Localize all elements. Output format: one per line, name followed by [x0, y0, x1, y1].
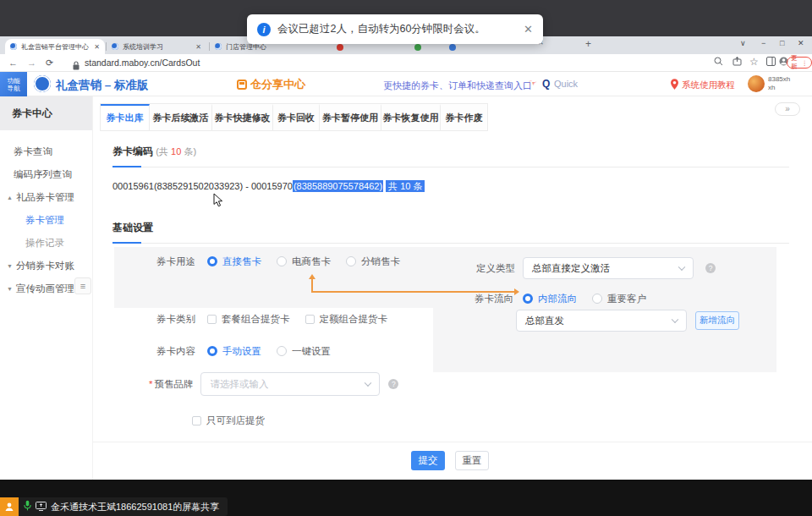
card-tabs: 券卡出库 券卡后续激活 券卡快捷修改 券卡回收 券卡暂停使用 券卡恢复使用 券卡… [100, 103, 488, 131]
submit-button[interactable]: 提交 [411, 451, 445, 470]
checkbox-package-combo[interactable] [207, 315, 217, 324]
reload-icon[interactable]: ⟳ [46, 57, 53, 69]
quick-entry-text: 更快捷的券卡、订单和快递查询入口 [383, 80, 532, 92]
help-icon[interactable]: ? [705, 263, 716, 273]
share-icon[interactable] [732, 57, 742, 69]
sidebar-item-distribution-reconciliation[interactable]: ▼分销券卡对账 [0, 255, 92, 277]
radio-direct-sale-label[interactable]: 直接售卡 [222, 255, 261, 268]
tab-close-icon[interactable]: ✕ [190, 43, 201, 51]
card-code-range[interactable]: 00015961(8385291502033923) - 00015970(83… [112, 180, 425, 193]
radio-one-click-setup[interactable] [277, 346, 287, 356]
tab-card-recycle[interactable]: 券卡回收 [273, 104, 320, 130]
quick-search-icon[interactable]: Q [542, 78, 550, 90]
new-tab-button[interactable]: + [585, 38, 591, 50]
checkbox-package-combo-label[interactable]: 套餐组合提货卡 [222, 313, 290, 326]
count-suffix: 条) [181, 146, 196, 156]
sidebar-item-gift-card-management[interactable]: ▲礼品券卡管理 [0, 186, 92, 209]
share-center-link[interactable]: 仓分享中心 [237, 77, 305, 92]
quick-label[interactable]: Quick [554, 79, 578, 89]
back-icon[interactable]: ← [8, 57, 18, 69]
radio-manual-setup-label[interactable]: 手动设置 [222, 345, 261, 358]
add-flow-button[interactable]: 新增流向 [695, 311, 739, 330]
tab-card-quick-edit[interactable]: 券卡快捷修改 [212, 104, 273, 130]
screen: 礼盒营销平台管理中心 ✕ 系统培训学习 ✕ 门店管理中心 ✕ + ∨ − □ ✕ [0, 0, 812, 516]
tab-card-followup-activation[interactable]: 券卡后续激活 [150, 104, 212, 130]
radio-distribution-sale[interactable] [346, 256, 356, 266]
user-avatar[interactable] [748, 75, 765, 92]
forward-icon[interactable]: → [27, 57, 36, 69]
tab-card-suspend[interactable]: 券卡暂停使用 [320, 104, 381, 130]
radio-important-customer[interactable] [592, 294, 602, 304]
sidebar-collapse-button[interactable]: ≡ [74, 277, 91, 294]
radio-manual-setup[interactable] [207, 346, 217, 356]
radio-one-click-setup-label[interactable]: 一键设置 [292, 345, 331, 358]
settings-section-title: 基础设置 [112, 221, 153, 235]
window-close-button[interactable]: ✕ [798, 39, 804, 47]
main-content: » 券卡出库 券卡后续激活 券卡快捷修改 券卡回收 券卡暂停使用 券卡恢复使用 … [93, 96, 812, 480]
function-nav-button[interactable]: 功能 导航 [0, 72, 27, 96]
flow-select[interactable]: 总部直发 [516, 310, 687, 332]
radio-internal-flow[interactable] [523, 294, 533, 304]
radio-distribution-sale-label[interactable]: 分销售卡 [361, 255, 400, 268]
browser-toolbar: ← → ⟳ standard.maboy.cn/CardsOut ☆ 更新 ⋮ [0, 54, 812, 72]
tab-card-restore[interactable]: 券卡恢复使用 [381, 104, 441, 130]
chrome-update-button[interactable]: 更新 ⋮ [787, 57, 812, 69]
sharer-avatar-icon[interactable] [0, 497, 19, 516]
app-header: 功能 导航 礼盒营销 – 标准版 仓分享中心 更快捷的券卡、订单和快递查询入口 … [0, 72, 812, 96]
hidden-tab-favicon-red[interactable] [337, 44, 343, 51]
hidden-tab-favicon-green[interactable] [414, 44, 421, 51]
radio-ecommerce-sale[interactable] [277, 256, 287, 266]
sidebar-item-card-query[interactable]: 券卡查询 [0, 140, 92, 163]
bookmark-star-icon[interactable]: ☆ [749, 56, 759, 68]
nav-label-line2: 导航 [8, 85, 20, 92]
zoom-icon[interactable] [714, 57, 723, 69]
reset-button[interactable]: 重置 [455, 451, 489, 470]
presale-brand-row: * 预售品牌 请选择或输入 ? [149, 372, 398, 396]
flow-value: 总部直发 [525, 315, 564, 327]
tab-card-void[interactable]: 券卡作废 [441, 104, 487, 130]
presale-brand-select[interactable]: 请选择或输入 [200, 372, 380, 396]
browser-tab-label: 礼盒营销平台管理中心 [21, 42, 89, 52]
sidebar-item-operation-log[interactable]: 操作记录 [0, 232, 92, 255]
notification-close-icon[interactable]: ✕ [524, 23, 533, 36]
checkbox-fixed-combo[interactable] [305, 315, 315, 324]
usage-label: 券卡用途 [156, 255, 195, 268]
site-favicon [10, 43, 17, 50]
code-section-label: 券卡编码 [112, 145, 153, 157]
browser-tab-gift-admin[interactable]: 礼盒营销平台管理中心 ✕ [5, 39, 105, 54]
address-bar[interactable]: standard.maboy.cn/CardsOut [85, 58, 200, 68]
radio-direct-sale[interactable] [207, 256, 217, 266]
radio-important-customer-label[interactable]: 重要客户 [607, 293, 646, 305]
sidebar-item-code-sequence-query[interactable]: 编码序列查询 [0, 163, 92, 186]
browser-tab-training[interactable]: 系统培训学习 ✕ [107, 39, 206, 54]
pointer-hand-icon: ☞ [529, 78, 537, 89]
store-only-row: 只可到店提货 [192, 411, 265, 430]
define-type-label: 定义类型 [476, 262, 515, 275]
checkbox-store-pickup-only[interactable] [192, 416, 201, 425]
tutorial-link[interactable]: 系统使用教程 [682, 80, 735, 91]
meeting-notification: i 会议已超过2人，自动转为60分钟限时会议。 ✕ [247, 14, 543, 44]
nav-label-line1: 功能 [8, 77, 20, 85]
tab-card-outbound[interactable]: 券卡出库 [101, 104, 150, 130]
hidden-tab-favicon-blue[interactable] [449, 44, 456, 51]
window-maximize-button[interactable]: □ [780, 39, 784, 47]
radio-ecommerce-sale-label[interactable]: 电商售卡 [292, 255, 331, 268]
checkbox-fixed-combo-label[interactable]: 定额组合提货卡 [320, 313, 388, 326]
sidebar-item-label: 宣传动画管理 [16, 283, 74, 294]
window-minimize-button[interactable]: − [761, 39, 765, 47]
expand-panel-button[interactable]: » [775, 102, 800, 116]
checkbox-store-pickup-only-label[interactable]: 只可到店提货 [206, 414, 265, 427]
define-type-select[interactable]: 总部直接定义激活 [523, 257, 694, 279]
sidebar-item-card-management[interactable]: 券卡管理 [0, 209, 92, 232]
side-panel-icon[interactable] [766, 57, 776, 69]
radio-internal-flow-label[interactable]: 内部流向 [538, 293, 577, 305]
code-selected-text: (8385889075578462) [293, 180, 383, 192]
site-favicon [112, 43, 118, 50]
content-label: 券卡内容 [156, 345, 195, 358]
chevron-down-icon [672, 316, 678, 323]
tab-separator [209, 42, 210, 51]
help-icon[interactable]: ? [388, 379, 398, 389]
tab-close-icon[interactable]: ✕ [89, 43, 100, 51]
flow-arrow-vertical [311, 279, 313, 292]
window-menu-icon[interactable]: ∨ [740, 39, 746, 47]
